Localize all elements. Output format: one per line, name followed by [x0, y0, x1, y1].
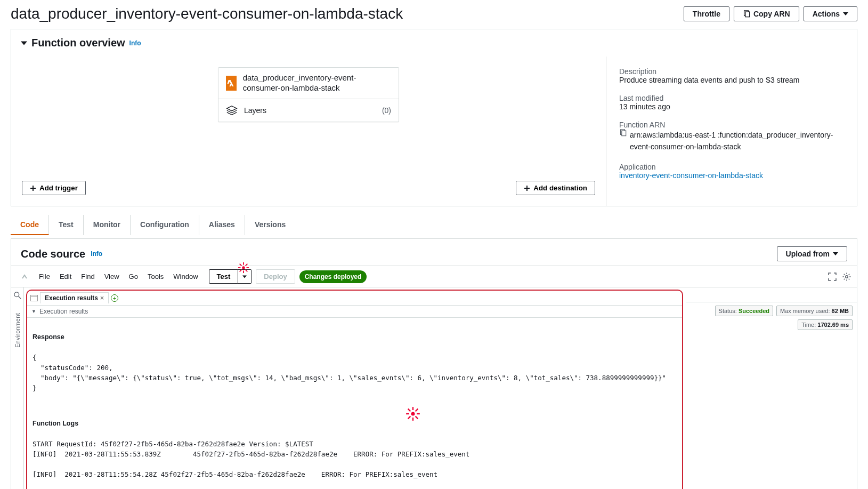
- svg-point-18: [846, 275, 848, 278]
- svg-line-16: [239, 270, 241, 272]
- memory-badge: Max memory used: 82 MB: [776, 306, 853, 316]
- svg-point-19: [14, 292, 19, 297]
- cloud9-icon[interactable]: [17, 272, 33, 282]
- side-rail-environment[interactable]: Environment: [14, 313, 21, 348]
- description-label: Description: [619, 67, 844, 76]
- svg-line-28: [408, 408, 411, 411]
- function-overview-panel: Function overview Info data_producer_inv…: [11, 29, 857, 206]
- last-modified-label: Last modified: [619, 94, 844, 102]
- menu-edit[interactable]: Edit: [55, 270, 76, 283]
- editor-tab-execution-results[interactable]: Execution results ×: [40, 292, 109, 303]
- page-title: data_producer_inventory-event-consumer-o…: [11, 5, 403, 22]
- layers-count: (0): [382, 106, 391, 115]
- execution-results-header[interactable]: ▼ Execution results: [27, 306, 682, 318]
- add-trigger-button[interactable]: Add trigger: [22, 181, 86, 195]
- time-badge: Time: 1702.69 ms: [798, 319, 853, 330]
- application-link[interactable]: inventory-event-consumer-on-lambda-stack: [619, 171, 763, 180]
- editor-pane: Execution results × + ▼ Execution result…: [26, 290, 683, 489]
- caret-down-icon: ▼: [31, 309, 36, 314]
- overview-diagram: data_producer_inventory-event-consumer-o…: [11, 57, 606, 206]
- tab-code[interactable]: Code: [11, 215, 49, 235]
- close-icon[interactable]: ×: [100, 294, 104, 302]
- menu-view[interactable]: View: [100, 270, 124, 283]
- lambda-icon: [226, 76, 237, 91]
- function-arn-value: arn:aws:lambda:us-east-1 :function:data_…: [630, 129, 844, 153]
- add-tab-button[interactable]: +: [111, 294, 118, 302]
- test-button[interactable]: Test: [209, 269, 239, 284]
- svg-marker-4: [227, 106, 237, 110]
- function-logs-label: Function Logs: [33, 419, 677, 429]
- copy-icon: [743, 10, 750, 18]
- function-node-card[interactable]: data_producer_inventory-event-consumer-o…: [218, 67, 399, 122]
- menu-tools[interactable]: Tools: [143, 270, 168, 283]
- overview-heading: Function overview: [31, 37, 125, 49]
- layers-icon: [226, 105, 238, 116]
- code-source-heading: Code source: [21, 248, 85, 260]
- svg-line-29: [416, 416, 418, 419]
- deploy-button: Deploy: [256, 269, 295, 284]
- actions-button[interactable]: Actions: [804, 6, 857, 21]
- ide-menu-bar: File Edit Find View Go Tools Window Test: [11, 266, 857, 287]
- layers-label: Layers: [244, 106, 266, 115]
- tab-monitor[interactable]: Monitor: [84, 215, 131, 235]
- tab-aliases[interactable]: Aliases: [199, 215, 245, 235]
- code-source-panel: Code source Info Upload from File Edit F…: [11, 238, 857, 489]
- menu-find[interactable]: Find: [77, 270, 99, 283]
- overview-metadata: Description Produce streaming data event…: [606, 57, 857, 206]
- svg-marker-8: [242, 275, 247, 278]
- search-icon[interactable]: [14, 292, 21, 299]
- copy-arn-button[interactable]: Copy ARN: [734, 6, 799, 21]
- svg-line-31: [416, 408, 418, 411]
- function-logs-body: START RequestId: 45f02f27-2fb5-465d-82ba…: [33, 439, 677, 489]
- svg-point-23: [411, 412, 415, 415]
- tab-test[interactable]: Test: [49, 215, 84, 235]
- svg-line-30: [408, 416, 411, 419]
- add-destination-button[interactable]: Add destination: [516, 181, 595, 195]
- svg-line-15: [245, 270, 247, 272]
- copy-icon[interactable]: [619, 129, 627, 137]
- header-actions: Throttle Copy ARN Actions: [684, 6, 857, 21]
- main-tabs: Code Test Monitor Configuration Aliases …: [11, 215, 857, 235]
- execution-results-body: Response { "statusCode": 200, "body": "{…: [27, 318, 682, 489]
- code-source-info-link[interactable]: Info: [91, 250, 102, 258]
- response-body: { "statusCode": 200, "body": "{\"message…: [33, 353, 677, 393]
- overview-header[interactable]: Function overview Info: [11, 29, 857, 57]
- last-modified-value: 13 minutes ago: [619, 102, 844, 111]
- function-name: data_producer_inventory-event-consumer-o…: [243, 73, 391, 93]
- response-label: Response: [33, 332, 677, 342]
- gear-icon[interactable]: [842, 272, 851, 282]
- tab-configuration[interactable]: Configuration: [131, 215, 199, 235]
- upload-from-button[interactable]: Upload from: [777, 246, 847, 261]
- page-header: data_producer_inventory-event-consumer-o…: [11, 0, 857, 29]
- function-arn-label: Function ARN: [619, 121, 844, 129]
- svg-rect-21: [31, 295, 38, 301]
- plus-icon: [524, 185, 530, 191]
- tab-versions[interactable]: Versions: [245, 215, 295, 235]
- svg-line-20: [18, 296, 20, 299]
- caret-down-icon: [833, 251, 838, 256]
- menu-window[interactable]: Window: [169, 270, 202, 283]
- svg-marker-7: [833, 252, 838, 255]
- application-label: Application: [619, 163, 844, 171]
- editor-tab-strip: Execution results × +: [27, 291, 682, 306]
- window-icon[interactable]: [30, 295, 38, 301]
- overview-info-link[interactable]: Info: [129, 39, 141, 47]
- menu-file[interactable]: File: [35, 270, 54, 283]
- svg-line-14: [239, 264, 241, 266]
- svg-rect-6: [622, 131, 626, 136]
- fullscreen-icon[interactable]: [828, 272, 837, 281]
- svg-marker-3: [21, 41, 27, 45]
- annotation-star-icon: [405, 386, 453, 441]
- throttle-button[interactable]: Throttle: [684, 6, 729, 21]
- caret-down-icon: [843, 11, 848, 17]
- svg-marker-2: [843, 12, 848, 15]
- annotation-star-icon: [238, 262, 249, 274]
- svg-rect-1: [745, 12, 750, 17]
- description-value: Produce streaming data events and push t…: [619, 76, 844, 84]
- menu-go[interactable]: Go: [125, 270, 142, 283]
- ide-side-rail: Environment: [11, 287, 24, 489]
- changes-deployed-badge: Changes deployed: [299, 270, 367, 283]
- svg-line-17: [245, 264, 247, 266]
- svg-point-9: [242, 266, 245, 269]
- caret-down-icon: [21, 40, 27, 46]
